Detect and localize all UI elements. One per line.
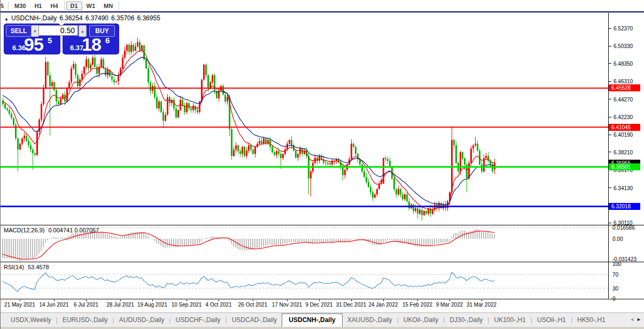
rsi-value: 53.4578 (28, 264, 49, 270)
tab-scroll-right-icon[interactable]: ► (637, 317, 641, 322)
chart-plot-area[interactable] (1, 13, 608, 299)
sell-price-main: 95 (24, 35, 43, 53)
macd-name: MACD(12,26,9) (4, 227, 44, 233)
volume-input[interactable]: 0.50 (38, 25, 78, 36)
volume-increase-button[interactable]: ▲ (79, 25, 87, 37)
ohlc-high: 6.37490 (86, 14, 108, 22)
ohlc-close: 6.36955 (137, 14, 160, 22)
title-marker-icon: ▲ (4, 17, 9, 21)
tab-xauusd-daily[interactable]: XAUUSD-,Daily (343, 314, 397, 327)
trading-terminal-window: 5M30H1H4D1W1MN ▲USDCNH-,Daily6.362546.37… (0, 0, 644, 329)
tab-usdcad-daily[interactable]: USDCAD-,Daily (227, 314, 282, 327)
macd-label: MACD(12,26,9)0.004741 0.007057 (4, 227, 103, 233)
buy-price-pip: 6 (105, 36, 110, 45)
ohlc-open: 6.36254 (59, 14, 82, 22)
chevron-up-icon: ▲ (81, 29, 84, 33)
tab-usdx-weekly[interactable]: USDX,Weekly (6, 314, 56, 327)
chart-title: ▲USDCNH-,Daily6.362546.374906.357066.369… (4, 14, 163, 22)
tab-eurusd-daily[interactable]: EURUSD-,Daily (58, 314, 113, 327)
buy-price-main: 18 (82, 35, 101, 53)
tab-hk50-h1[interactable]: HK50-,H1 (572, 314, 610, 327)
chart-symbol-period: USDCNH-,Daily (11, 14, 57, 22)
sell-price-pip: 5 (48, 36, 52, 45)
chevron-down-icon: ▼ (33, 29, 37, 33)
macd-values: 0.004741 0.007057 (48, 227, 99, 233)
ohlc-low: 6.35706 (111, 14, 134, 22)
one-click-trading-panel: SELL 6.36 95 5 BUY 6.37 18 6 ▼ 0.50 ▲ (4, 24, 119, 54)
tab-scroll-left-icon[interactable]: ◄ (630, 317, 634, 322)
tab-usoil-h1[interactable]: USOil-,H1 (532, 314, 571, 327)
tab-usdchf-daily[interactable]: USDCHF-,Daily (171, 314, 226, 327)
chart-tabs-bar: USDX,Weekly|EURUSD-,Daily|AUDUSD-,Daily|… (1, 312, 644, 327)
rsi-name: RSI(14) (4, 264, 24, 270)
status-strip (1, 327, 644, 329)
tab-ukoil-daily[interactable]: UKOil-,Daily (399, 314, 443, 327)
tab-usdcnh-daily[interactable]: USDCNH-,Daily (282, 314, 342, 327)
rsi-label: RSI(14)53.4578 (4, 264, 53, 270)
tab-uk100-h1[interactable]: UK100-,H1 (489, 314, 530, 327)
tab-dj30-daily[interactable]: DJ30-,Daily (445, 314, 487, 327)
volume-decrease-button[interactable]: ▼ (31, 25, 39, 37)
tab-audusd-daily[interactable]: AUDUSD-,Daily (114, 314, 169, 327)
